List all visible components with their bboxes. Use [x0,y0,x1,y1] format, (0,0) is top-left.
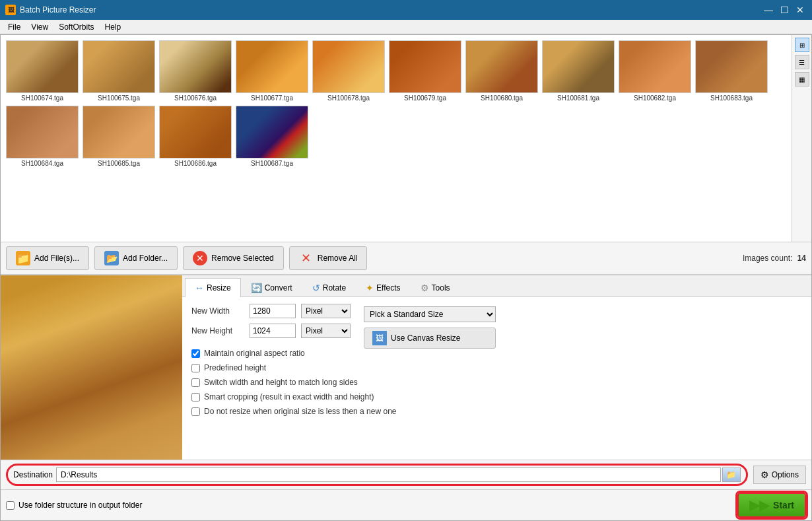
thumbnail-image [542,40,615,93]
thumbnail-label: SH100678.tga [327,94,370,102]
start-button[interactable]: ▶▶ Start [737,493,806,518]
gallery-item-0[interactable]: SH100674.tga [6,40,79,102]
thumbnail-label: SH100686.tga [174,160,217,167]
minimize-button[interactable]: — [762,3,775,17]
do-not-resize-checkbox[interactable] [191,407,200,416]
destination-bar: Destination 📁 ⚙ Options [1,460,811,489]
gallery-item-13[interactable]: SH100687.tga [236,106,308,167]
thumbnail-image [6,106,79,158]
remove-selected-button[interactable]: ✕ Remove Selected [183,246,284,270]
menu-softorbits[interactable]: SoftOrbits [53,21,99,33]
destination-browse-button[interactable]: 📁 [722,468,741,482]
maintain-aspect-checkbox[interactable] [191,349,200,358]
switch-width-height-checkbox[interactable] [191,378,200,387]
predefined-height-checkbox[interactable] [191,364,200,372]
thumbnail-image [83,106,155,158]
tab-effects[interactable]: ✦ Effects [356,278,410,297]
width-unit-select[interactable]: Pixel Percent cm inch [301,304,351,318]
menu-file[interactable]: File [3,21,26,33]
add-folder-button[interactable]: 📂 Add Folder... [94,246,178,270]
gallery-item-4[interactable]: SH100678.tga [312,40,385,102]
gallery-item-5[interactable]: SH100679.tga [389,40,461,102]
rotate-tab-icon: ↺ [312,283,320,293]
width-label: New Width [191,306,244,316]
menu-view[interactable]: View [26,21,53,33]
gallery-item-1[interactable]: SH100675.tga [83,40,155,102]
gallery-item-11[interactable]: SH100685.tga [83,106,155,167]
preview-area [1,275,182,460]
gallery-item-8[interactable]: SH100682.tga [619,40,691,102]
title-bar: 🖼 Batch Picture Resizer — ☐ ✕ [0,0,812,20]
convert-tab-label: Convert [265,283,292,293]
gallery-item-6[interactable]: SH100680.tga [465,40,538,102]
options-gear-icon: ⚙ [761,469,769,480]
preview-image [1,275,182,460]
view-grid-icon[interactable]: ▦ [795,72,809,87]
gallery-item-7[interactable]: SH100681.tga [542,40,615,102]
gallery-item-12[interactable]: SH100686.tga [159,106,232,167]
view-list-icon[interactable]: ☰ [795,55,809,69]
remove-all-button[interactable]: ✕ Remove All [289,246,368,270]
height-unit-select[interactable]: Pixel Percent cm inch [301,324,351,338]
smart-cropping-label: Smart cropping (result in exact width an… [204,392,374,401]
thumbnail-image [695,40,768,93]
maintain-aspect-row: Maintain original aspect ratio [191,349,802,358]
thumbnail-image [159,106,232,158]
use-folder-structure-label: Use folder structure in output folder [18,501,142,510]
height-input[interactable] [250,324,296,338]
add-files-icon: 📁 [16,251,30,265]
smart-cropping-row: Smart cropping (result in exact width an… [191,392,802,401]
use-folder-structure-checkbox[interactable] [6,501,15,510]
tab-tools[interactable]: ⚙ Tools [411,278,460,297]
view-large-icon[interactable]: ⊞ [795,38,809,52]
gallery-item-2[interactable]: SH100676.tga [159,40,232,102]
convert-tab-icon: 🔄 [251,283,262,293]
smart-cropping-checkbox[interactable] [191,393,200,401]
destination-label: Destination [13,470,56,479]
add-files-label: Add File(s)... [34,254,79,263]
effects-tab-icon: ✦ [366,283,374,293]
close-button[interactable]: ✕ [794,3,807,17]
do-not-resize-row: Do not resize when original size is less… [191,407,802,416]
menu-help[interactable]: Help [100,21,127,33]
tab-rotate[interactable]: ↺ Rotate [302,278,356,297]
thumbnail-label: SH100685.tga [98,160,140,167]
resize-tab-icon: ↔ [195,283,204,293]
standard-size-select[interactable]: Pick a Standard Size 800×600 1024×768 12… [364,306,496,322]
remove-all-label: Remove All [318,254,358,263]
add-folder-label: Add Folder... [123,254,168,263]
toolbar: 📁 Add File(s)... 📂 Add Folder... ✕ Remov… [1,242,811,275]
thumbnail-label: SH100681.tga [557,94,599,102]
options-button[interactable]: ⚙ Options [753,466,806,484]
tab-convert[interactable]: 🔄 Convert [241,278,302,297]
images-count-label: Images count: [743,254,792,263]
tools-tab-icon: ⚙ [421,283,429,293]
gallery-item-9[interactable]: SH100683.tga [695,40,768,102]
gallery-item-3[interactable]: SH100677.tga [236,40,308,102]
thumbnail-image [236,106,308,158]
height-label: New Height [191,326,244,335]
thumbnail-label: SH100687.tga [251,160,293,167]
resize-settings: New Width Pixel Percent cm inch New He [182,297,811,460]
browse-icon: 📁 [726,470,736,479]
rotate-tab-label: Rotate [323,283,346,293]
maximize-button[interactable]: ☐ [778,3,791,17]
add-files-button[interactable]: 📁 Add File(s)... [6,246,89,270]
height-row: New Height Pixel Percent cm inch [191,324,351,338]
use-canvas-resize-button[interactable]: 🖼 Use Canvas Resize [364,328,496,349]
bottom-bar: Use folder structure in output folder ▶▶… [1,489,811,520]
add-folder-icon: 📂 [104,251,119,265]
destination-input[interactable] [56,468,721,482]
start-label: Start [773,500,794,510]
width-row: New Width Pixel Percent cm inch [191,304,351,318]
thumbnail-image [159,40,232,93]
maintain-aspect-label: Maintain original aspect ratio [204,349,305,358]
start-icon: ▶▶ [749,497,769,513]
tab-resize[interactable]: ↔ Resize [185,278,241,297]
thumbnail-image [236,40,308,93]
thumbnail-label: SH100683.tga [710,94,753,102]
gallery-item-10[interactable]: SH100684.tga [6,106,79,167]
resize-tab-label: Resize [207,283,231,293]
images-count-area: Images count: 14 [743,254,806,263]
width-input[interactable] [250,304,296,318]
